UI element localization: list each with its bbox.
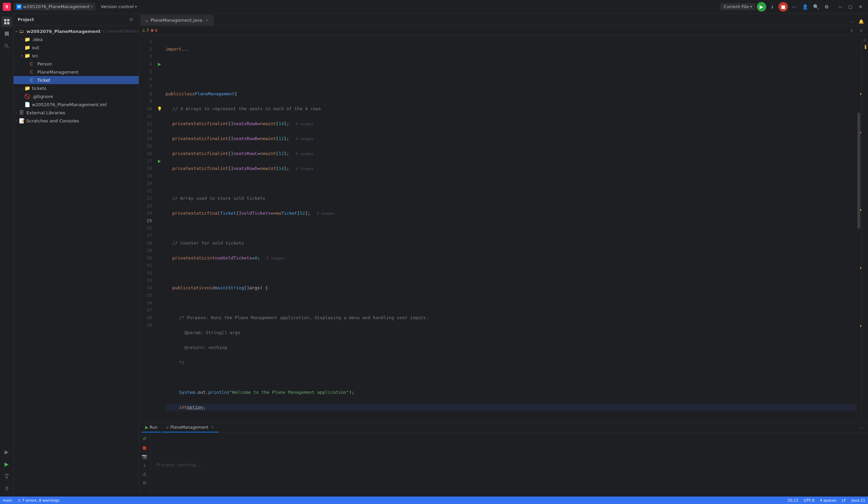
tree-item-planemanagement[interactable]: › C PlaneManagement (13, 68, 139, 76)
status-indent[interactable]: 4 spaces (820, 498, 836, 503)
sidebar-gear-icon[interactable]: ⚙ (128, 16, 135, 23)
stop-button[interactable]: ■ (778, 2, 788, 11)
error-badge[interactable]: ✖ 8 (150, 28, 157, 33)
ln-11[interactable]: 11 (139, 113, 156, 120)
ln-27[interactable]: 27 (139, 232, 156, 239)
ln-2[interactable]: 2 (139, 45, 156, 53)
tree-item-out[interactable]: › 📁 out (13, 43, 139, 52)
ln-22[interactable]: 22 (139, 195, 156, 202)
project-selector[interactable]: W w2052076_PlaneManagement ▾ (13, 3, 95, 11)
ln-28[interactable]: 28 (139, 239, 156, 247)
tree-item-extlibs[interactable]: › 🗄 External Libraries (13, 109, 139, 117)
ln-5[interactable]: 5 (139, 68, 156, 75)
close-button[interactable]: ✕ (856, 2, 865, 11)
bottom-tab-planemanagement[interactable]: ☕ PlaneManagement × (162, 423, 218, 432)
status-java[interactable]: Java 21 (851, 498, 865, 503)
ln-18[interactable]: 18 (139, 165, 156, 172)
ln-6[interactable]: 6 (139, 75, 156, 83)
ln-1[interactable]: 1 (139, 38, 156, 45)
scroll-to-end-button[interactable]: ↓ (141, 461, 148, 469)
profile-button[interactable]: 👤 (800, 2, 810, 11)
rerun-button[interactable]: ↺ (141, 434, 148, 443)
ln-32[interactable]: 32 (139, 269, 156, 277)
tree-item-tickets[interactable]: › 📁 tickets (13, 84, 139, 92)
tab-planemanagement[interactable]: ☕ PlaneManagement.java × (141, 14, 214, 25)
bookmarks-icon[interactable] (1, 29, 12, 39)
maximize-button[interactable]: □ (846, 2, 855, 11)
ln-38[interactable]: 38 (139, 314, 156, 321)
run-button[interactable]: ▶ (757, 2, 766, 11)
ln-19[interactable]: 19 (139, 172, 156, 180)
tab-close-button[interactable]: × (204, 18, 210, 23)
ln-14[interactable]: 14 (139, 135, 156, 142)
ln-10[interactable]: 10 (139, 105, 156, 113)
nav-down-icon[interactable]: ∨ (857, 27, 865, 34)
nav-up-icon[interactable]: ∧ (848, 27, 856, 34)
current-file-selector[interactable]: Current File ▾ (720, 3, 755, 10)
ln-16[interactable]: 16 (139, 150, 156, 157)
ln-23[interactable]: 23 (139, 202, 156, 209)
tree-item-iml[interactable]: › 📄 w2052076_PlaneManagement.iml (13, 100, 139, 109)
ln-35[interactable]: 35 (139, 292, 156, 299)
run-active-icon[interactable]: ▶ (1, 459, 12, 470)
ln-36[interactable]: 36 (139, 299, 156, 307)
tree-item-ticket[interactable]: › C Ticket (13, 76, 139, 84)
project-tree-icon[interactable] (1, 16, 12, 27)
gutter-run-4[interactable]: ▶ (156, 60, 163, 68)
ln-13[interactable]: 13 (139, 127, 156, 135)
commit-icon[interactable] (1, 483, 12, 494)
status-problems[interactable]: ⚠ 7 errors, 8 warnings (17, 498, 59, 503)
tree-item-scratches[interactable]: › 📝 Scratches and Consoles (13, 117, 139, 125)
ln-3[interactable]: 3 (139, 53, 156, 60)
ln-8[interactable]: 8 (139, 90, 156, 98)
settings-button[interactable]: ⚙ (822, 2, 831, 11)
search-button[interactable]: 🔍 (811, 2, 820, 11)
warning-badge[interactable]: ⚠ 7 (142, 28, 149, 33)
ln-37[interactable]: 37 (139, 307, 156, 314)
tab-bar-more-icon[interactable]: ⋯ (848, 17, 856, 25)
ln-24[interactable]: 24 (139, 209, 156, 217)
tree-item-root[interactable]: ▾ 🗂 w2052076_PlaneManagement C:\Users\AC… (13, 27, 139, 35)
ln-34[interactable]: 34 (139, 284, 156, 292)
ln-12[interactable]: 12 (139, 120, 156, 127)
ln-4[interactable]: 4 (139, 60, 156, 68)
more-button[interactable]: ⋯ (789, 2, 799, 11)
ln-15[interactable]: 15 (139, 142, 156, 150)
tab-bar-notification-icon[interactable]: 🔔 (857, 17, 865, 25)
editor-scrollbar[interactable] (857, 35, 861, 422)
ln-26[interactable]: 26 (139, 225, 156, 232)
right-panel-btn-1[interactable]: ⊞ (862, 37, 868, 43)
find-icon[interactable] (1, 41, 12, 52)
ln-7[interactable]: 7 (139, 83, 156, 90)
bottom-tab-run[interactable]: ▶ Run (142, 423, 161, 432)
tree-item-src[interactable]: ▾ 📁 src (13, 52, 139, 60)
ln-20[interactable]: 20 (139, 180, 156, 187)
right-panel-btn-2[interactable]: ▐ (862, 44, 868, 50)
print-button[interactable]: 🖨 (141, 470, 148, 478)
gutter-run-17[interactable]: ▶ (156, 157, 163, 165)
capture-snapshot-button[interactable]: 📷 (141, 452, 148, 460)
settings-run-button[interactable]: ⚙ (141, 479, 148, 487)
bottom-tab-close-button[interactable]: × (210, 425, 215, 430)
minimize-button[interactable]: — (835, 2, 845, 11)
tree-item-gitignore[interactable]: › 🚫 .gitignore (13, 92, 139, 100)
ln-25[interactable]: 25 (139, 217, 156, 225)
ln-30[interactable]: 30 (139, 254, 156, 262)
status-line-col[interactable]: 25:13 (788, 498, 798, 503)
update-button[interactable]: ↓ (768, 2, 777, 11)
stop-run-button[interactable]: ■ (141, 443, 148, 451)
scrollbar-thumb[interactable] (857, 113, 860, 229)
ln-33[interactable]: 33 (139, 277, 156, 284)
ln-31[interactable]: 31 (139, 262, 156, 269)
status-encoding[interactable]: UTF-8 (804, 498, 814, 503)
ln-17[interactable]: 17 (139, 157, 156, 165)
vcs-selector[interactable]: Version control ▾ (98, 3, 140, 10)
ln-29[interactable]: 29 (139, 247, 156, 254)
gutter-lightbulb-10[interactable]: 💡 (156, 105, 163, 113)
tree-item-person[interactable]: › C Person (13, 60, 139, 68)
ln-39[interactable]: 39 (139, 321, 156, 329)
run-icon[interactable]: ▶ (1, 446, 12, 457)
status-git[interactable]: main (3, 498, 12, 503)
ln-9[interactable]: 9 (139, 98, 156, 105)
git-icon[interactable] (1, 471, 12, 482)
